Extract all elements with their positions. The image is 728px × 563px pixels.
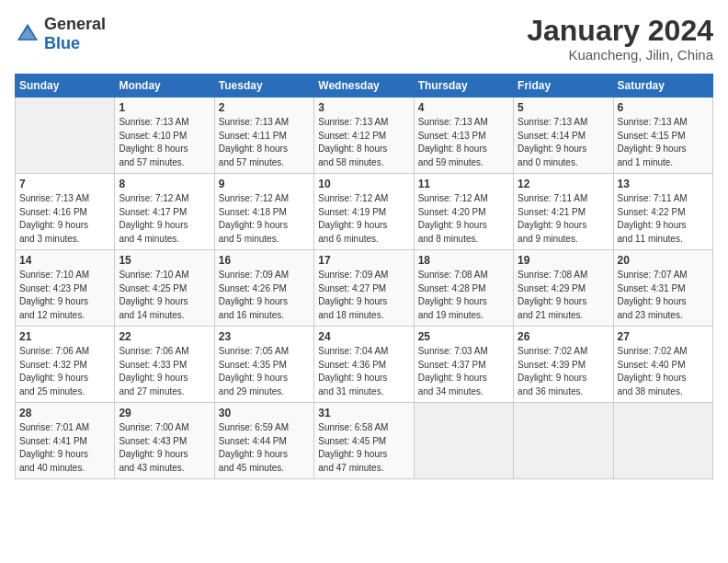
logo-icon bbox=[15, 21, 40, 47]
day-number: 24 bbox=[318, 330, 409, 343]
calendar-day-cell: 7Sunrise: 7:13 AM Sunset: 4:16 PM Daylig… bbox=[16, 174, 115, 250]
calendar-day-cell: 10Sunrise: 7:12 AM Sunset: 4:19 PM Dayli… bbox=[314, 174, 414, 250]
calendar-day-cell: 28Sunrise: 7:01 AM Sunset: 4:41 PM Dayli… bbox=[16, 403, 115, 479]
day-of-week-header: Wednesday bbox=[314, 75, 414, 98]
page-header: General Blue January 2024 Kuancheng, Jil… bbox=[15, 15, 713, 63]
day-of-week-header: Friday bbox=[514, 75, 613, 98]
calendar-day-cell: 26Sunrise: 7:02 AM Sunset: 4:39 PM Dayli… bbox=[514, 327, 613, 403]
day-info: Sunrise: 7:03 AM Sunset: 4:37 PM Dayligh… bbox=[418, 345, 509, 398]
day-info: Sunrise: 7:02 AM Sunset: 4:39 PM Dayligh… bbox=[518, 345, 609, 398]
day-of-week-header: Thursday bbox=[414, 75, 513, 98]
day-number: 28 bbox=[19, 407, 110, 419]
calendar-day-cell: 12Sunrise: 7:11 AM Sunset: 4:21 PM Dayli… bbox=[514, 174, 613, 250]
day-info: Sunrise: 7:00 AM Sunset: 4:43 PM Dayligh… bbox=[119, 421, 210, 475]
logo-text: General Blue bbox=[44, 15, 106, 53]
day-info: Sunrise: 7:05 AM Sunset: 4:35 PM Dayligh… bbox=[219, 345, 310, 398]
day-number: 26 bbox=[518, 330, 609, 343]
day-number: 4 bbox=[418, 101, 509, 114]
day-number: 27 bbox=[618, 330, 709, 343]
day-number: 20 bbox=[618, 254, 709, 267]
calendar-week-row: 28Sunrise: 7:01 AM Sunset: 4:41 PM Dayli… bbox=[16, 403, 713, 479]
day-number: 22 bbox=[119, 330, 210, 343]
logo: General Blue bbox=[15, 15, 106, 53]
day-number: 5 bbox=[518, 101, 609, 114]
day-number: 7 bbox=[19, 178, 110, 190]
main-title: January 2024 bbox=[527, 15, 713, 47]
day-number: 31 bbox=[318, 407, 409, 419]
day-info: Sunrise: 7:10 AM Sunset: 4:25 PM Dayligh… bbox=[119, 269, 210, 322]
calendar-day-cell: 14Sunrise: 7:10 AM Sunset: 4:23 PM Dayli… bbox=[16, 250, 115, 327]
day-number: 11 bbox=[418, 178, 509, 190]
calendar-week-row: 7Sunrise: 7:13 AM Sunset: 4:16 PM Daylig… bbox=[16, 174, 713, 250]
day-info: Sunrise: 7:09 AM Sunset: 4:27 PM Dayligh… bbox=[318, 269, 409, 322]
day-number: 12 bbox=[518, 178, 609, 190]
day-number: 30 bbox=[219, 407, 310, 419]
calendar-table: SundayMondayTuesdayWednesdayThursdayFrid… bbox=[15, 74, 713, 479]
calendar-day-cell: 1Sunrise: 7:13 AM Sunset: 4:10 PM Daylig… bbox=[115, 98, 214, 174]
day-number: 10 bbox=[318, 178, 409, 190]
day-info: Sunrise: 7:13 AM Sunset: 4:13 PM Dayligh… bbox=[418, 116, 509, 169]
day-info: Sunrise: 7:12 AM Sunset: 4:19 PM Dayligh… bbox=[318, 192, 409, 246]
calendar-day-cell bbox=[16, 98, 115, 174]
day-number: 6 bbox=[618, 101, 709, 114]
calendar-week-row: 21Sunrise: 7:06 AM Sunset: 4:32 PM Dayli… bbox=[16, 327, 713, 403]
day-number: 1 bbox=[119, 101, 210, 114]
calendar-day-cell: 29Sunrise: 7:00 AM Sunset: 4:43 PM Dayli… bbox=[115, 403, 214, 479]
calendar-day-cell bbox=[514, 403, 613, 479]
day-info: Sunrise: 7:01 AM Sunset: 4:41 PM Dayligh… bbox=[19, 421, 110, 475]
day-info: Sunrise: 7:11 AM Sunset: 4:22 PM Dayligh… bbox=[618, 192, 709, 246]
calendar-day-cell: 11Sunrise: 7:12 AM Sunset: 4:20 PM Dayli… bbox=[414, 174, 513, 250]
day-info: Sunrise: 7:13 AM Sunset: 4:10 PM Dayligh… bbox=[119, 116, 210, 169]
calendar-day-cell: 31Sunrise: 6:58 AM Sunset: 4:45 PM Dayli… bbox=[314, 403, 414, 479]
calendar-week-row: 1Sunrise: 7:13 AM Sunset: 4:10 PM Daylig… bbox=[16, 98, 713, 174]
day-info: Sunrise: 6:59 AM Sunset: 4:44 PM Dayligh… bbox=[219, 421, 310, 475]
day-of-week-header: Sunday bbox=[16, 75, 115, 98]
day-info: Sunrise: 7:13 AM Sunset: 4:15 PM Dayligh… bbox=[618, 116, 709, 169]
day-number: 21 bbox=[19, 330, 110, 343]
day-info: Sunrise: 7:13 AM Sunset: 4:11 PM Dayligh… bbox=[219, 116, 310, 169]
day-info: Sunrise: 7:12 AM Sunset: 4:20 PM Dayligh… bbox=[418, 192, 509, 246]
day-number: 15 bbox=[119, 254, 210, 267]
day-of-week-header: Tuesday bbox=[214, 75, 313, 98]
day-info: Sunrise: 7:13 AM Sunset: 4:12 PM Dayligh… bbox=[318, 116, 409, 169]
calendar-day-cell: 4Sunrise: 7:13 AM Sunset: 4:13 PM Daylig… bbox=[414, 98, 513, 174]
day-of-week-header: Monday bbox=[115, 75, 214, 98]
subtitle: Kuancheng, Jilin, China bbox=[527, 47, 713, 63]
day-number: 8 bbox=[119, 178, 210, 190]
calendar-day-cell: 27Sunrise: 7:02 AM Sunset: 4:40 PM Dayli… bbox=[613, 327, 712, 403]
day-number: 16 bbox=[219, 254, 310, 267]
day-number: 23 bbox=[219, 330, 310, 343]
day-info: Sunrise: 7:08 AM Sunset: 4:29 PM Dayligh… bbox=[518, 269, 609, 322]
calendar-day-cell: 21Sunrise: 7:06 AM Sunset: 4:32 PM Dayli… bbox=[16, 327, 115, 403]
day-info: Sunrise: 6:58 AM Sunset: 4:45 PM Dayligh… bbox=[318, 421, 409, 475]
calendar-day-cell: 9Sunrise: 7:12 AM Sunset: 4:18 PM Daylig… bbox=[214, 174, 313, 250]
calendar-day-cell bbox=[414, 403, 513, 479]
calendar-day-cell: 15Sunrise: 7:10 AM Sunset: 4:25 PM Dayli… bbox=[115, 250, 214, 327]
day-number: 29 bbox=[119, 407, 210, 419]
day-number: 25 bbox=[418, 330, 509, 343]
day-info: Sunrise: 7:06 AM Sunset: 4:32 PM Dayligh… bbox=[19, 345, 110, 398]
calendar-day-cell: 18Sunrise: 7:08 AM Sunset: 4:28 PM Dayli… bbox=[414, 250, 513, 327]
calendar-day-cell: 6Sunrise: 7:13 AM Sunset: 4:15 PM Daylig… bbox=[613, 98, 712, 174]
calendar-day-cell: 30Sunrise: 6:59 AM Sunset: 4:44 PM Dayli… bbox=[214, 403, 313, 479]
calendar-day-cell: 19Sunrise: 7:08 AM Sunset: 4:29 PM Dayli… bbox=[514, 250, 613, 327]
day-info: Sunrise: 7:08 AM Sunset: 4:28 PM Dayligh… bbox=[418, 269, 509, 322]
day-info: Sunrise: 7:09 AM Sunset: 4:26 PM Dayligh… bbox=[219, 269, 310, 322]
day-number: 9 bbox=[219, 178, 310, 190]
day-number: 2 bbox=[219, 101, 310, 114]
day-info: Sunrise: 7:12 AM Sunset: 4:17 PM Dayligh… bbox=[119, 192, 210, 246]
day-info: Sunrise: 7:13 AM Sunset: 4:14 PM Dayligh… bbox=[518, 116, 609, 169]
calendar-day-cell: 13Sunrise: 7:11 AM Sunset: 4:22 PM Dayli… bbox=[613, 174, 712, 250]
calendar-day-cell: 3Sunrise: 7:13 AM Sunset: 4:12 PM Daylig… bbox=[314, 98, 414, 174]
day-number: 19 bbox=[518, 254, 609, 267]
day-info: Sunrise: 7:10 AM Sunset: 4:23 PM Dayligh… bbox=[19, 269, 110, 322]
day-info: Sunrise: 7:06 AM Sunset: 4:33 PM Dayligh… bbox=[119, 345, 210, 398]
logo-blue: Blue bbox=[44, 34, 80, 52]
day-number: 13 bbox=[618, 178, 709, 190]
calendar-day-cell: 2Sunrise: 7:13 AM Sunset: 4:11 PM Daylig… bbox=[214, 98, 313, 174]
day-info: Sunrise: 7:07 AM Sunset: 4:31 PM Dayligh… bbox=[618, 269, 709, 322]
day-number: 17 bbox=[318, 254, 409, 267]
day-info: Sunrise: 7:13 AM Sunset: 4:16 PM Dayligh… bbox=[19, 192, 110, 246]
day-info: Sunrise: 7:04 AM Sunset: 4:36 PM Dayligh… bbox=[318, 345, 409, 398]
day-info: Sunrise: 7:02 AM Sunset: 4:40 PM Dayligh… bbox=[618, 345, 709, 398]
